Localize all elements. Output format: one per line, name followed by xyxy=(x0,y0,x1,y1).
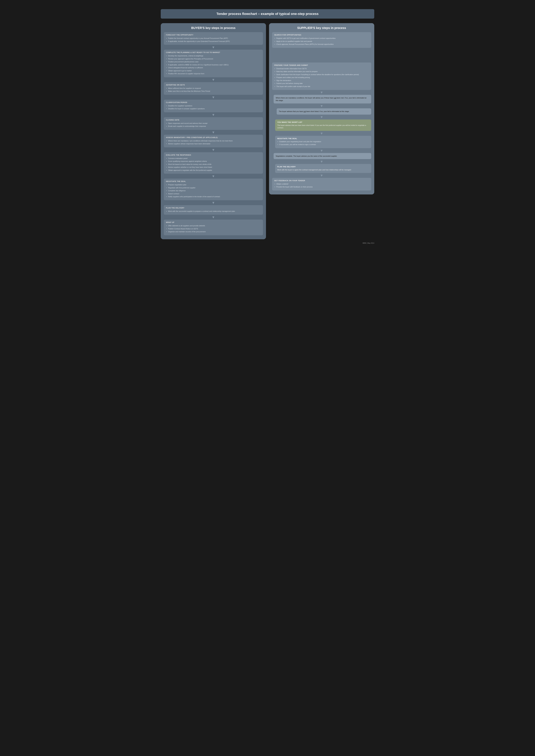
arrow-5: ▼ xyxy=(164,131,263,134)
step-prepare-tender-list: Download tender information from GETS No… xyxy=(274,68,369,88)
list-item: Make sure this is not less than the Mini… xyxy=(166,90,261,93)
shortlist-block: YOU MAKE THE SHORT LIST The buyer advise… xyxy=(275,120,371,131)
step-clarification-list: Deadline for suppliers' questions Deadli… xyxy=(166,104,261,110)
list-item: Develop the requirements, criteria & wei… xyxy=(166,55,261,57)
list-item: Obtain a debrief xyxy=(274,183,369,185)
list-item: The buyer will confirm safe receipt of y… xyxy=(274,85,369,88)
step-clarification: CLARIFICATION PERIOD Deadline for suppli… xyxy=(164,100,263,112)
buyer-column-title: BUYER'S key steps in process xyxy=(164,26,263,30)
list-item: Publish Contract Award Notice on GETS xyxy=(166,228,261,230)
step-forecast: FORECAST THE OPPORTUNITY Publish the for… xyxy=(164,32,263,45)
spacer-3 xyxy=(272,58,371,63)
step-plan-delivery-title: PLAN THE DELIVERY xyxy=(166,207,261,209)
list-item: Deadline for suppliers' questions xyxy=(166,104,261,107)
list-item: Apply to be on qualified supplier lists … xyxy=(274,40,369,43)
step-feedback: GET FEEDBACK ON YOUR TENDER Obtain a deb… xyxy=(272,178,371,191)
arrow-9: ▼ xyxy=(164,216,263,219)
step-plan-delivery: PLAN THE DELIVERY Work with the successf… xyxy=(164,205,263,215)
step-negotiate-list: Prepare negotiation plan Negotiate with … xyxy=(166,183,261,198)
shortlist-title: YOU MAKE THE SHORT LIST xyxy=(277,121,369,123)
step-planning: COMPLETE THE PLANNING & GET READY TO GO … xyxy=(164,50,263,77)
list-item: Complete due diligence xyxy=(166,189,261,192)
list-item: Award contract xyxy=(166,193,261,195)
header-bar: Tender process flowchart – example of ty… xyxy=(161,9,374,18)
step-closing: CLOSING DATE Open responses and record a… xyxy=(164,117,263,130)
arrow-4: ▼ xyxy=(164,113,263,117)
supplier-plan-delivery-block: PLAN THE DELIVERY Work with the buyer to… xyxy=(275,164,371,173)
step-wrap-up-list: Offer debriefs to all suppliers and prov… xyxy=(166,225,261,233)
mandatory-note-text: Where there are mandatory conditions: th… xyxy=(276,96,369,102)
negotiations-complete-text: Negotiations complete. The buyer advises… xyxy=(276,155,369,157)
shortlist-text: The buyer advises that you have been sho… xyxy=(277,124,369,129)
step-evaluate-title: EVALUATE THE RESPONSES xyxy=(166,154,261,156)
list-item: Score qualifying responses against weigh… xyxy=(166,160,261,163)
arrow-s7: ▼ xyxy=(272,174,371,177)
list-item: Prepare negotiation plan xyxy=(166,183,261,186)
step-wrap-up: WRAP UP Offer debriefs to all suppliers … xyxy=(164,220,263,235)
arrow-s5: ▼ xyxy=(272,149,371,152)
list-item: Register with GETS to get sent notificat… xyxy=(274,37,369,40)
list-item: Finalise procurement plan/business case xyxy=(166,61,261,63)
step-advertise: ADVERTISE ON GETS Allow sufficient time … xyxy=(164,82,263,95)
arrow-s6: ▼ xyxy=(272,160,371,163)
supplier-negotiate-title: NEGOTIATE THE DEAL xyxy=(277,138,369,139)
arrow-s1: ▼ xyxy=(272,91,371,94)
arrow-s2: ▼ xyxy=(272,104,371,108)
list-item: If applicable, submit to MBIE for review… xyxy=(166,64,261,66)
step-clarification-title: CLARIFICATION PERIOD xyxy=(166,101,261,103)
list-item: Offer debriefs to all suppliers and prov… xyxy=(166,225,261,227)
list-item: Note key dates and list information you … xyxy=(274,70,369,73)
step-prepare-tender: PREPARE YOUR TENDER AND SUBMIT Download … xyxy=(272,63,371,90)
list-item: Notify suppliers who participated in the… xyxy=(166,195,261,198)
step-evaluate-list: Convene evaluation panel Score qualifyin… xyxy=(166,157,261,172)
step-wrap-up-title: WRAP UP xyxy=(166,221,261,223)
arrow-7: ▼ xyxy=(164,175,263,178)
list-item: Obtain approval to go to market xyxy=(166,69,261,72)
step-forecast-title: FORECAST THE OPPORTUNITY xyxy=(166,34,261,36)
list-item: Sign the declaration xyxy=(274,79,369,82)
supplier-plan-delivery-title: PLAN THE DELIVERY xyxy=(277,166,369,168)
step-planning-title: COMPLETE THE PLANNING & GET READY TO GO … xyxy=(166,51,261,53)
supplier-column: SUPPLIER'S key steps in process SEARCH F… xyxy=(269,23,374,195)
page-container: Tender process flowchart – example of ty… xyxy=(161,9,374,244)
buyer-column: BUYER'S key steps in process FORECAST TH… xyxy=(161,23,266,239)
list-item: Where there are mandatory / pre-conditio… xyxy=(166,140,261,142)
list-item: Organise and maintain records of the pro… xyxy=(166,230,261,233)
step-assess-list: Where there are mandatory / pre-conditio… xyxy=(166,140,261,145)
list-item: Short list based on best value-for-money… xyxy=(166,163,261,166)
step-feedback-title: GET FEEDBACK ON YOUR TENDER xyxy=(274,180,369,181)
step-search-list: Register with GETS to get sent notificat… xyxy=(274,37,369,45)
step-search-title: SEARCH FOR OPPORTUNITIES xyxy=(274,34,369,36)
page-title: Tender process flowchart – example of ty… xyxy=(165,12,370,16)
step-plan-delivery-list: Work with the successful supplier to pre… xyxy=(166,210,261,213)
spacer-2 xyxy=(272,53,371,58)
step-advertise-list: Allow sufficient time for suppliers to r… xyxy=(166,87,261,93)
supplier-column-title: SUPPLIER'S key steps in process xyxy=(272,26,371,30)
list-item: Provide the buyer with feedback on their… xyxy=(274,186,369,188)
step-planning-list: Develop the requirements, criteria & wei… xyxy=(166,55,261,75)
shortlist-eliminated-note: The buyer advises that you have not been… xyxy=(277,108,371,115)
list-item: If successful, you will be invited to si… xyxy=(277,143,369,146)
step-forecast-list: Publish the forecast contract opportunit… xyxy=(166,37,261,42)
arrow-8: ▼ xyxy=(164,201,263,204)
list-item: Check delegated financial authority is s… xyxy=(166,67,261,69)
step-assess: ASSESS MANDATORY / PRE-CONDITIONS (if ap… xyxy=(164,135,263,148)
arrow-1: ▼ xyxy=(164,46,263,49)
list-item: Work with the successful supplier to pre… xyxy=(166,210,261,213)
list-item: Publish the forecast contract opportunit… xyxy=(166,37,261,40)
list-item: Email each supplier to acknowledge their… xyxy=(166,125,261,127)
step-closing-list: Open responses and record and witness th… xyxy=(166,122,261,127)
list-item: Advise suppliers whether or not they hav… xyxy=(166,166,261,169)
list-item: Deadline for buyer to answer suppliers' … xyxy=(166,107,261,110)
step-feedback-list: Obtain a debrief Provide the buyer with … xyxy=(274,183,369,188)
arrow-s3: ▼ xyxy=(272,116,371,119)
shortlist-eliminated-text: The buyer advises that you have not been… xyxy=(279,110,369,113)
list-item: Convene evaluation panel xyxy=(166,157,261,160)
step-search: SEARCH FOR OPPORTUNITIES Register with G… xyxy=(272,32,371,48)
list-item: Submit your bid before closing date xyxy=(274,82,369,85)
list-item: Finalise RFx document & supplier respons… xyxy=(166,72,261,75)
footer: MBIE | May 2014 xyxy=(161,242,374,244)
list-item: Open responses and record and witness th… xyxy=(166,122,261,125)
list-item: Allow sufficient time for suppliers to r… xyxy=(166,87,261,90)
list-item: If applicable, include the opportunity i… xyxy=(166,40,261,43)
